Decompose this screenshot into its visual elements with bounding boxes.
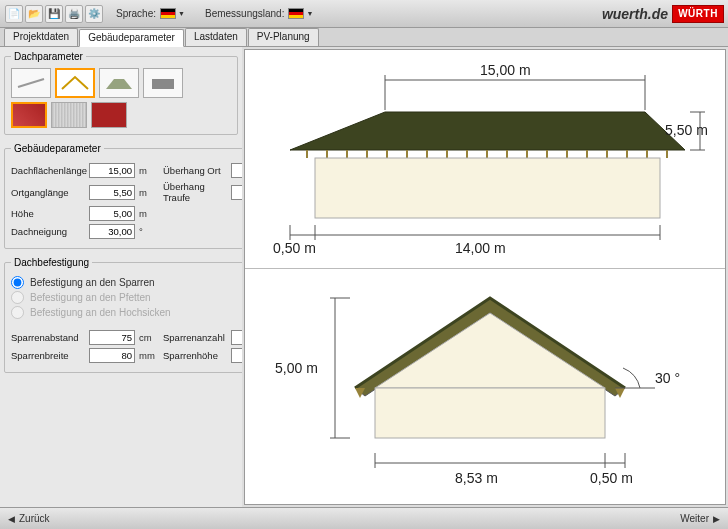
input-ueberhang-ort[interactable] <box>231 163 242 178</box>
svg-marker-1 <box>106 79 132 89</box>
roof-shape-flat[interactable] <box>143 68 183 98</box>
lbl-sparrenabstand: Sparrenabstand <box>11 332 85 343</box>
next-button[interactable]: Weiter▶ <box>680 513 720 524</box>
tab-pvplanung[interactable]: PV-Planung <box>248 28 319 46</box>
lbl-ortganglaenge: Ortganglänge <box>11 187 85 198</box>
back-button[interactable]: ◀Zurück <box>8 513 50 524</box>
input-sparrenbreite[interactable] <box>89 348 135 363</box>
legend-gebaeudeparameter: Gebäudeparameter <box>11 143 104 154</box>
input-sparrenhoehe[interactable] <box>231 348 242 363</box>
roof-shape-gable[interactable] <box>55 68 95 98</box>
lbl-dachflaechenlaenge: Dachflächenlänge <box>11 165 85 176</box>
tab-gebaeudeparameter[interactable]: Gebäudeparameter <box>79 29 184 47</box>
lbl-ueberhang-traufe: Überhang Traufe <box>163 181 227 203</box>
group-dachparameter: Dachparameter <box>4 51 238 135</box>
svg-marker-6 <box>290 112 685 150</box>
brand-text: wuerth.de <box>602 6 668 22</box>
dim-angle: 30 ° <box>655 370 680 386</box>
dim-rafter-len: 5,50 m <box>665 122 708 138</box>
brand-logo <box>672 5 724 23</box>
open-icon[interactable]: 📂 <box>25 5 43 23</box>
top-toolbar: 📄 📂 💾 🖨️ ⚙️ Sprache: ▼ Bemessungsland: ▼… <box>0 0 728 28</box>
group-gebaeudeparameter: Gebäudeparameter Dachflächenlänge m Über… <box>4 143 242 249</box>
radio-sparren[interactable]: Befestigung an den Sparren <box>11 276 242 289</box>
country-label: Bemessungsland: <box>205 8 285 19</box>
input-sparrenanzahl[interactable] <box>231 330 242 345</box>
lbl-sparrenbreite: Sparrenbreite <box>11 350 85 361</box>
svg-rect-26 <box>315 158 660 218</box>
flag-de-icon <box>160 8 176 19</box>
drawing-view: 15,00 m 5,50 m 0,50 m 14,00 m 5,00 m 30 … <box>244 49 726 505</box>
dim-wall-len: 14,00 m <box>455 240 506 256</box>
chevron-right-icon: ▶ <box>713 514 720 524</box>
input-dachflaechenlaenge[interactable] <box>89 163 135 178</box>
save-icon[interactable]: 💾 <box>45 5 63 23</box>
input-hoehe[interactable] <box>89 206 135 221</box>
front-elevation <box>245 50 725 270</box>
language-label: Sprache: <box>116 8 156 19</box>
chevron-left-icon: ◀ <box>8 514 15 524</box>
prefs-icon[interactable]: ⚙️ <box>85 5 103 23</box>
dim-roof-len: 15,00 m <box>480 62 531 78</box>
country-dropdown[interactable]: ▼ <box>306 10 313 17</box>
svg-line-0 <box>18 79 44 87</box>
input-ortganglaenge[interactable] <box>89 185 135 200</box>
roof-shape-shed[interactable] <box>11 68 51 98</box>
group-dachbefestigung: Dachbefestigung Befestigung an den Sparr… <box>4 257 242 373</box>
main-area: Dachparameter Gebäudeparameter Dachfläch… <box>0 46 728 507</box>
dim-overhang: 0,50 m <box>273 240 316 256</box>
lbl-dachneigung: Dachneigung <box>11 226 85 237</box>
lbl-hoehe: Höhe <box>11 208 85 219</box>
texture-tile-1[interactable] <box>11 102 47 128</box>
language-dropdown[interactable]: ▼ <box>178 10 185 17</box>
flag-de-icon-2 <box>288 8 304 19</box>
sidebar: Dachparameter Gebäudeparameter Dachfläch… <box>0 47 242 507</box>
lbl-sparrenhoehe: Sparrenhöhe <box>163 350 227 361</box>
legend-dachbefestigung: Dachbefestigung <box>11 257 92 268</box>
svg-rect-2 <box>152 79 174 89</box>
radio-pfetten: Befestigung an den Pfetten <box>11 291 242 304</box>
input-sparrenabstand[interactable] <box>89 330 135 345</box>
texture-tile-2[interactable] <box>51 102 87 128</box>
texture-tile-3[interactable] <box>91 102 127 128</box>
footer: ◀Zurück Weiter▶ <box>0 507 728 529</box>
lbl-sparrenanzahl: Sparrenanzahl <box>163 332 227 343</box>
new-icon[interactable]: 📄 <box>5 5 23 23</box>
tab-projektdaten[interactable]: Projektdaten <box>4 28 78 46</box>
dim-height: 5,00 m <box>275 360 318 376</box>
input-ueberhang-traufe[interactable] <box>231 185 242 200</box>
legend-dachparameter: Dachparameter <box>11 51 86 62</box>
dim-eave-over: 0,50 m <box>590 470 633 486</box>
print-icon[interactable]: 🖨️ <box>65 5 83 23</box>
dim-half-width: 8,53 m <box>455 470 498 486</box>
radio-hochsicken: Befestigung an den Hochsicken <box>11 306 242 319</box>
tabs: Projektdaten Gebäudeparameter Lastdaten … <box>0 28 728 46</box>
input-dachneigung[interactable] <box>89 224 135 239</box>
tab-lastdaten[interactable]: Lastdaten <box>185 28 247 46</box>
svg-rect-40 <box>375 388 605 438</box>
roof-shape-hip[interactable] <box>99 68 139 98</box>
lbl-ueberhang-ort: Überhang Ort <box>163 165 227 176</box>
